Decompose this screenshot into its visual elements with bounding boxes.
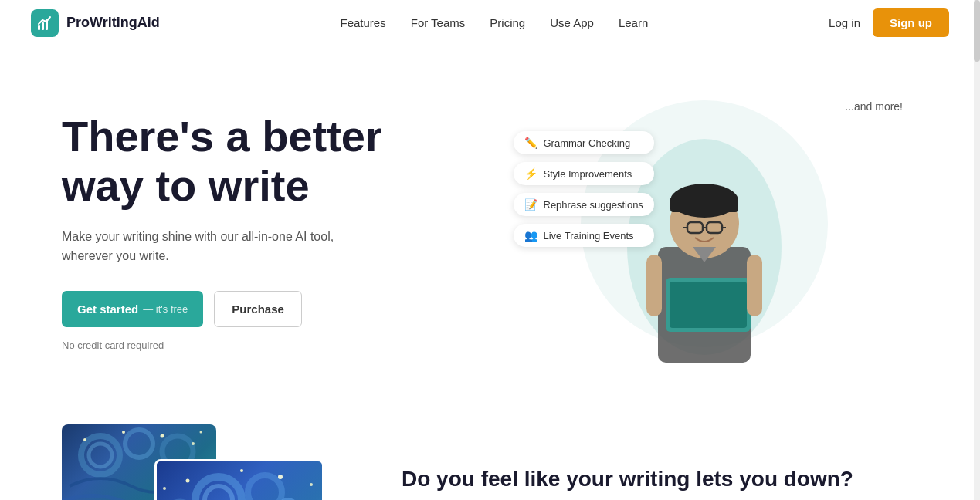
svg-rect-1 bbox=[42, 22, 44, 30]
nav-use-app[interactable]: Use App bbox=[550, 16, 594, 29]
rephrase-icon: 📝 bbox=[524, 198, 537, 211]
svg-rect-15 bbox=[646, 255, 662, 316]
logo-icon bbox=[31, 9, 59, 37]
svg-rect-0 bbox=[38, 25, 40, 30]
badge-training: 👥 Live Training Events bbox=[514, 224, 654, 247]
svg-point-19 bbox=[89, 444, 112, 467]
artwork-stack: My idea in my head bbox=[62, 424, 324, 500]
nav-learn[interactable]: Learn bbox=[619, 16, 648, 29]
badge-grammar: ✏️ Grammar Checking bbox=[514, 131, 654, 154]
get-started-button[interactable]: Get started — it's free bbox=[62, 291, 203, 327]
badge-style: ⚡ Style Improvements bbox=[514, 162, 654, 185]
nav-links: Features For Teams Pricing Use App Learn bbox=[341, 16, 649, 29]
svg-rect-7 bbox=[670, 197, 738, 212]
brand-name: ProWritingAid bbox=[66, 15, 160, 31]
artwork-front bbox=[154, 459, 324, 500]
no-credit-card-note: No credit card required bbox=[62, 340, 490, 351]
get-started-label: Get started bbox=[77, 302, 138, 316]
svg-point-33 bbox=[248, 475, 282, 500]
hero-subtitle: Make your writing shine with our all-in-… bbox=[62, 227, 340, 266]
svg-point-44 bbox=[163, 487, 166, 490]
badge-rephrase-label: Rephrase suggestions bbox=[544, 199, 643, 211]
signup-button[interactable]: Sign up bbox=[873, 8, 949, 37]
badge-style-label: Style Improvements bbox=[544, 168, 632, 180]
free-label: — it's free bbox=[143, 303, 188, 315]
nav-for-teams[interactable]: For Teams bbox=[411, 16, 466, 29]
badge-grammar-label: Grammar Checking bbox=[544, 137, 631, 149]
training-icon: 👥 bbox=[524, 229, 537, 242]
svg-point-32 bbox=[205, 486, 232, 500]
section2-title: Do you feel like your writing lets you d… bbox=[402, 465, 918, 493]
hero-buttons: Get started — it's free Purchase bbox=[62, 291, 490, 327]
svg-point-42 bbox=[278, 475, 283, 479]
svg-point-20 bbox=[125, 430, 153, 458]
nav-actions: Log in Sign up bbox=[829, 8, 949, 37]
svg-rect-16 bbox=[747, 255, 762, 316]
badge-rephrase: 📝 Rephrase suggestions bbox=[514, 193, 654, 216]
hero-title: There's a better way to write bbox=[62, 112, 490, 211]
svg-point-41 bbox=[240, 469, 243, 472]
login-button[interactable]: Log in bbox=[829, 16, 860, 29]
nav-features[interactable]: Features bbox=[341, 16, 386, 29]
logo[interactable]: ProWritingAid bbox=[31, 9, 160, 37]
hero-section: There's a better way to write Make your … bbox=[0, 46, 980, 409]
section2-right: Do you feel like your writing lets you d… bbox=[402, 465, 918, 500]
nav-pricing[interactable]: Pricing bbox=[490, 16, 525, 29]
section2: My idea in my head Do you feel like your… bbox=[0, 409, 980, 500]
scrollbar-thumb[interactable] bbox=[974, 0, 980, 62]
svg-point-43 bbox=[310, 483, 313, 486]
purchase-button[interactable]: Purchase bbox=[214, 291, 302, 327]
grammar-icon: ✏️ bbox=[524, 137, 537, 149]
style-icon: ⚡ bbox=[524, 167, 537, 180]
navbar: ProWritingAid Features For Teams Pricing… bbox=[0, 0, 980, 46]
svg-point-29 bbox=[192, 442, 195, 445]
svg-point-40 bbox=[186, 479, 190, 483]
hero-left: There's a better way to write Make your … bbox=[62, 112, 490, 351]
svg-point-27 bbox=[122, 431, 125, 434]
more-label: ...and more! bbox=[845, 100, 903, 113]
section2-illustration: My idea in my head bbox=[62, 424, 355, 500]
feature-badges: ✏️ Grammar Checking ⚡ Style Improvements… bbox=[514, 131, 654, 247]
scrollbar[interactable] bbox=[974, 0, 980, 500]
svg-point-28 bbox=[161, 434, 164, 438]
hero-right: ✏️ Grammar Checking ⚡ Style Improvements… bbox=[490, 85, 919, 378]
svg-point-26 bbox=[83, 438, 86, 441]
svg-rect-14 bbox=[670, 282, 747, 328]
badge-training-label: Live Training Events bbox=[544, 230, 634, 242]
svg-point-30 bbox=[200, 431, 202, 434]
